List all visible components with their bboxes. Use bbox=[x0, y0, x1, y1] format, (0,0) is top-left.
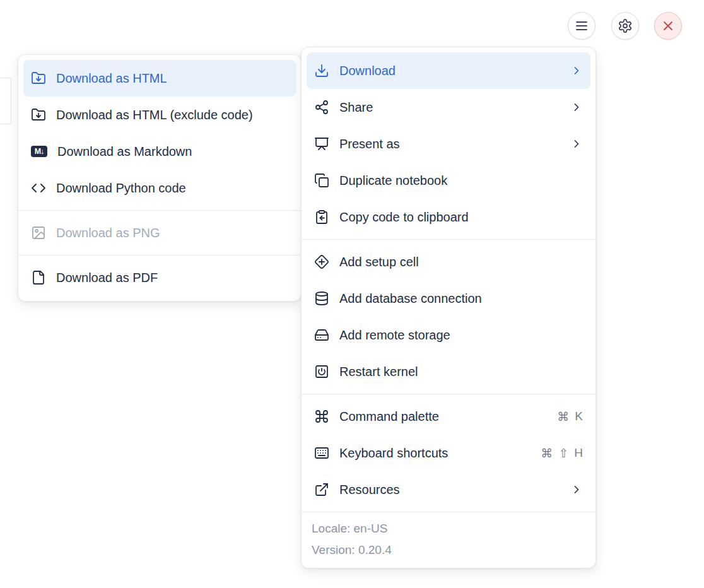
hard-drive-icon bbox=[314, 327, 329, 343]
menu-item-label: Download as Markdown bbox=[57, 144, 288, 159]
menu-item-label: Share bbox=[339, 100, 560, 115]
menu-item-label: Add setup cell bbox=[339, 255, 583, 269]
power-square-icon bbox=[314, 364, 329, 379]
code-icon bbox=[31, 180, 46, 196]
download-icon bbox=[314, 63, 329, 78]
menu-item-add-setup-cell[interactable]: Add setup cell bbox=[307, 244, 590, 280]
file-icon bbox=[31, 270, 46, 285]
menu-item-present-as[interactable]: Present as bbox=[307, 126, 590, 162]
external-link-icon bbox=[314, 482, 329, 497]
version-text: Version: 0.20.4 bbox=[312, 539, 590, 561]
menu-item-label: Download as PDF bbox=[56, 271, 288, 285]
diamond-plus-icon bbox=[314, 254, 329, 269]
menu-footer: Locale: en-US Version: 0.20.4 bbox=[302, 512, 595, 568]
copy-icon bbox=[314, 173, 329, 188]
menu-item-command-palette[interactable]: Command palette⌘K bbox=[307, 398, 590, 435]
menu-item-label: Restart kernel bbox=[339, 365, 583, 379]
menu-item-restart-kernel[interactable]: Restart kernel bbox=[307, 353, 590, 390]
download-submenu: Download as HTMLDownload as HTML (exclud… bbox=[18, 54, 302, 302]
folder-down-icon bbox=[31, 107, 46, 122]
menu-item-download-as-html-exclude-code[interactable]: Download as HTML (exclude code) bbox=[23, 97, 296, 133]
markdown-badge-icon: M↓ bbox=[31, 146, 47, 157]
menu-divider bbox=[18, 255, 301, 256]
menu-item-label: Resources bbox=[339, 483, 560, 497]
menu-divider bbox=[302, 394, 595, 394]
menu-item-download-as-html[interactable]: Download as HTML bbox=[23, 60, 296, 97]
menu-item-label: Add database connection bbox=[339, 291, 583, 306]
locale-text: Locale: en-US bbox=[312, 518, 590, 539]
close-icon bbox=[660, 18, 676, 33]
keyboard-icon bbox=[314, 445, 329, 461]
menu-item-download-as-png: Download as PNG bbox=[23, 215, 296, 251]
menu-item-label: Download Python code bbox=[56, 181, 288, 196]
menu-item-download-as-markdown[interactable]: M↓Download as Markdown bbox=[23, 133, 296, 170]
menu-item-add-remote-storage[interactable]: Add remote storage bbox=[307, 317, 590, 353]
menu-item-label: Download as HTML bbox=[56, 71, 288, 86]
menu-item-download-as-pdf[interactable]: Download as PDF bbox=[23, 259, 296, 296]
menu-divider bbox=[18, 210, 301, 211]
menu-item-resources[interactable]: Resources bbox=[307, 471, 590, 508]
share-icon bbox=[314, 100, 329, 115]
background-cell-edge bbox=[0, 78, 11, 124]
close-app-button[interactable] bbox=[654, 12, 682, 40]
menu-item-share[interactable]: Share bbox=[307, 89, 590, 126]
hamburger-menu-button[interactable] bbox=[568, 12, 595, 40]
menu-item-label: Download as PNG bbox=[56, 226, 288, 240]
command-icon bbox=[314, 409, 329, 424]
hamburger-icon bbox=[574, 18, 589, 33]
menu-item-label: Copy code to clipboard bbox=[339, 210, 583, 225]
menu-item-duplicate-notebook[interactable]: Duplicate notebook bbox=[307, 162, 590, 199]
notebook-menu: DownloadSharePresent asDuplicate noteboo… bbox=[301, 47, 596, 568]
chevron-right-icon bbox=[570, 483, 583, 496]
presentation-icon bbox=[314, 136, 329, 151]
chevron-right-icon bbox=[570, 64, 583, 77]
menu-item-label: Present as bbox=[339, 137, 560, 151]
clipboard-arrow-icon bbox=[314, 209, 329, 225]
chevron-right-icon bbox=[570, 101, 583, 114]
settings-button[interactable] bbox=[611, 12, 639, 40]
gear-icon bbox=[618, 18, 633, 33]
menu-item-label: Add remote storage bbox=[339, 328, 583, 343]
folder-down-icon bbox=[31, 71, 46, 86]
menu-item-label: Download as HTML (exclude code) bbox=[56, 108, 288, 122]
chevron-right-icon bbox=[570, 138, 583, 150]
app-background: Download as HTMLDownload as HTML (exclud… bbox=[0, 0, 704, 588]
menu-item-label: Keyboard shortcuts bbox=[339, 446, 531, 461]
image-icon bbox=[31, 225, 46, 240]
menu-item-add-database-connection[interactable]: Add database connection bbox=[307, 280, 590, 317]
menu-item-label: Download bbox=[339, 64, 560, 78]
keyboard-shortcut-hint: ⌘⇧H bbox=[541, 446, 583, 461]
database-icon bbox=[314, 291, 329, 306]
menu-divider bbox=[302, 239, 595, 240]
menu-item-download[interactable]: Download bbox=[307, 52, 590, 89]
menu-item-download-python-code[interactable]: Download Python code bbox=[23, 170, 296, 206]
menu-item-keyboard-shortcuts[interactable]: Keyboard shortcuts⌘⇧H bbox=[307, 435, 590, 471]
menu-item-copy-code-to-clipboard[interactable]: Copy code to clipboard bbox=[307, 199, 590, 235]
menu-item-label: Command palette bbox=[339, 409, 547, 424]
keyboard-shortcut-hint: ⌘K bbox=[557, 409, 583, 424]
menu-item-label: Duplicate notebook bbox=[339, 173, 583, 188]
